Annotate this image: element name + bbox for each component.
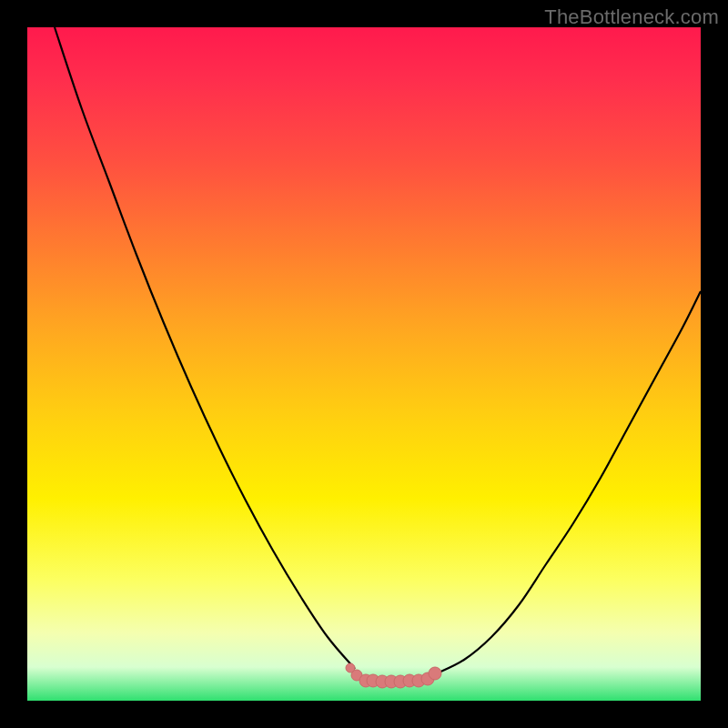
watermark-text: TheBottleneck.com	[544, 5, 719, 29]
curve-left-arm	[55, 27, 355, 669]
curve-right-arm	[437, 291, 701, 673]
flat-bottom-markers	[351, 667, 441, 688]
plot-area	[27, 27, 701, 701]
marker-point	[429, 667, 441, 680]
marker-dot	[346, 663, 355, 672]
bottleneck-curve	[27, 27, 701, 701]
